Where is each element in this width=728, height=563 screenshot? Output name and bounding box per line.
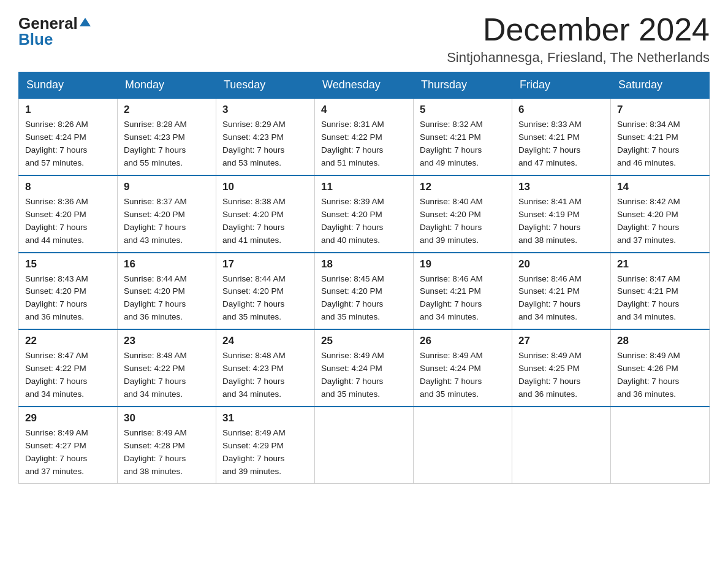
weekday-header-monday: Monday — [118, 72, 216, 99]
day-number: 21 — [617, 258, 703, 270]
calendar-day-cell: 27Sunrise: 8:49 AMSunset: 4:25 PMDayligh… — [512, 329, 611, 407]
logo-blue: Blue — [18, 30, 53, 48]
logo-general: General — [18, 15, 78, 31]
day-info: Sunrise: 8:43 AMSunset: 4:20 PMDaylight:… — [25, 273, 111, 324]
day-info: Sunrise: 8:40 AMSunset: 4:20 PMDaylight:… — [420, 196, 506, 247]
day-info: Sunrise: 8:41 AMSunset: 4:19 PMDaylight:… — [518, 196, 604, 247]
svg-marker-0 — [80, 18, 91, 26]
calendar-day-cell: 24Sunrise: 8:48 AMSunset: 4:23 PMDayligh… — [216, 329, 315, 407]
day-number: 17 — [222, 258, 308, 270]
calendar-week-row: 8Sunrise: 8:36 AMSunset: 4:20 PMDaylight… — [19, 175, 710, 253]
logo-arrow-icon — [80, 17, 91, 28]
day-number: 26 — [420, 335, 506, 347]
day-number: 24 — [222, 335, 308, 347]
day-number: 3 — [222, 104, 308, 116]
day-info: Sunrise: 8:32 AMSunset: 4:21 PMDaylight:… — [420, 118, 506, 170]
calendar-day-cell: 12Sunrise: 8:40 AMSunset: 4:20 PMDayligh… — [414, 175, 512, 253]
day-number: 2 — [124, 104, 210, 116]
logo: General Blue — [18, 12, 91, 47]
day-number: 4 — [321, 104, 407, 116]
day-number: 7 — [617, 104, 703, 116]
day-info: Sunrise: 8:44 AMSunset: 4:20 PMDaylight:… — [124, 273, 210, 324]
calendar-day-cell: 7Sunrise: 8:34 AMSunset: 4:21 PMDaylight… — [611, 98, 710, 175]
calendar-day-cell: 16Sunrise: 8:44 AMSunset: 4:20 PMDayligh… — [118, 253, 216, 330]
calendar-day-cell: 15Sunrise: 8:43 AMSunset: 4:20 PMDayligh… — [19, 253, 118, 330]
calendar-day-cell: 29Sunrise: 8:49 AMSunset: 4:27 PMDayligh… — [19, 407, 118, 483]
day-number: 18 — [321, 258, 407, 270]
day-info: Sunrise: 8:46 AMSunset: 4:21 PMDaylight:… — [420, 273, 506, 324]
calendar-day-cell: 2Sunrise: 8:28 AMSunset: 4:23 PMDaylight… — [118, 98, 216, 175]
calendar-day-cell: 5Sunrise: 8:32 AMSunset: 4:21 PMDaylight… — [414, 98, 512, 175]
day-info: Sunrise: 8:49 AMSunset: 4:27 PMDaylight:… — [25, 427, 111, 478]
day-number: 10 — [222, 181, 308, 193]
empty-cell — [315, 407, 414, 483]
day-info: Sunrise: 8:42 AMSunset: 4:20 PMDaylight:… — [617, 196, 703, 247]
day-info: Sunrise: 8:47 AMSunset: 4:22 PMDaylight:… — [25, 350, 111, 401]
calendar-day-cell: 22Sunrise: 8:47 AMSunset: 4:22 PMDayligh… — [19, 329, 118, 407]
empty-cell — [611, 407, 710, 483]
day-info: Sunrise: 8:49 AMSunset: 4:25 PMDaylight:… — [518, 350, 604, 401]
day-number: 19 — [420, 258, 506, 270]
calendar-day-cell: 25Sunrise: 8:49 AMSunset: 4:24 PMDayligh… — [315, 329, 414, 407]
weekday-header-thursday: Thursday — [414, 72, 512, 99]
day-info: Sunrise: 8:31 AMSunset: 4:22 PMDaylight:… — [321, 118, 407, 170]
day-number: 9 — [124, 181, 210, 193]
day-number: 13 — [518, 181, 604, 193]
day-number: 14 — [617, 181, 703, 193]
day-info: Sunrise: 8:48 AMSunset: 4:22 PMDaylight:… — [124, 350, 210, 401]
day-info: Sunrise: 8:36 AMSunset: 4:20 PMDaylight:… — [25, 196, 111, 247]
calendar-day-cell: 8Sunrise: 8:36 AMSunset: 4:20 PMDaylight… — [19, 175, 118, 253]
calendar-day-cell: 18Sunrise: 8:45 AMSunset: 4:20 PMDayligh… — [315, 253, 414, 330]
day-number: 16 — [124, 258, 210, 270]
calendar-day-cell: 21Sunrise: 8:47 AMSunset: 4:21 PMDayligh… — [611, 253, 710, 330]
calendar-week-row: 1Sunrise: 8:26 AMSunset: 4:24 PMDaylight… — [19, 98, 710, 175]
title-block: December 2024 Sintjohannesga, Friesland,… — [447, 12, 710, 66]
day-number: 27 — [518, 335, 604, 347]
calendar-day-cell: 13Sunrise: 8:41 AMSunset: 4:19 PMDayligh… — [512, 175, 611, 253]
day-number: 15 — [25, 258, 111, 270]
day-info: Sunrise: 8:49 AMSunset: 4:28 PMDaylight:… — [124, 427, 210, 478]
calendar-day-cell: 9Sunrise: 8:37 AMSunset: 4:20 PMDaylight… — [118, 175, 216, 253]
day-number: 30 — [124, 412, 210, 424]
day-number: 12 — [420, 181, 506, 193]
month-title: December 2024 — [447, 12, 710, 47]
location-title: Sintjohannesga, Friesland, The Netherlan… — [447, 50, 710, 66]
day-info: Sunrise: 8:37 AMSunset: 4:20 PMDaylight:… — [124, 196, 210, 247]
calendar-day-cell: 14Sunrise: 8:42 AMSunset: 4:20 PMDayligh… — [611, 175, 710, 253]
calendar-day-cell: 26Sunrise: 8:49 AMSunset: 4:24 PMDayligh… — [414, 329, 512, 407]
day-info: Sunrise: 8:38 AMSunset: 4:20 PMDaylight:… — [222, 196, 308, 247]
day-info: Sunrise: 8:49 AMSunset: 4:29 PMDaylight:… — [222, 427, 308, 478]
day-number: 28 — [617, 335, 703, 347]
day-info: Sunrise: 8:34 AMSunset: 4:21 PMDaylight:… — [617, 118, 703, 170]
day-number: 29 — [25, 412, 111, 424]
day-info: Sunrise: 8:39 AMSunset: 4:20 PMDaylight:… — [321, 196, 407, 247]
day-info: Sunrise: 8:49 AMSunset: 4:24 PMDaylight:… — [321, 350, 407, 401]
day-number: 20 — [518, 258, 604, 270]
day-number: 1 — [25, 104, 111, 116]
day-info: Sunrise: 8:46 AMSunset: 4:21 PMDaylight:… — [518, 273, 604, 324]
calendar-day-cell: 6Sunrise: 8:33 AMSunset: 4:21 PMDaylight… — [512, 98, 611, 175]
weekday-header-friday: Friday — [512, 72, 611, 99]
calendar-day-cell: 19Sunrise: 8:46 AMSunset: 4:21 PMDayligh… — [414, 253, 512, 330]
day-number: 8 — [25, 181, 111, 193]
calendar-day-cell: 1Sunrise: 8:26 AMSunset: 4:24 PMDaylight… — [19, 98, 118, 175]
day-info: Sunrise: 8:47 AMSunset: 4:21 PMDaylight:… — [617, 273, 703, 324]
weekday-header-wednesday: Wednesday — [315, 72, 414, 99]
day-number: 6 — [518, 104, 604, 116]
calendar-day-cell: 30Sunrise: 8:49 AMSunset: 4:28 PMDayligh… — [118, 407, 216, 483]
calendar-week-row: 22Sunrise: 8:47 AMSunset: 4:22 PMDayligh… — [19, 329, 710, 407]
day-info: Sunrise: 8:33 AMSunset: 4:21 PMDaylight:… — [518, 118, 604, 170]
calendar-day-cell: 11Sunrise: 8:39 AMSunset: 4:20 PMDayligh… — [315, 175, 414, 253]
calendar-day-cell: 23Sunrise: 8:48 AMSunset: 4:22 PMDayligh… — [118, 329, 216, 407]
calendar-day-cell: 10Sunrise: 8:38 AMSunset: 4:20 PMDayligh… — [216, 175, 315, 253]
weekday-header-tuesday: Tuesday — [216, 72, 315, 99]
day-info: Sunrise: 8:49 AMSunset: 4:24 PMDaylight:… — [420, 350, 506, 401]
calendar-day-cell: 4Sunrise: 8:31 AMSunset: 4:22 PMDaylight… — [315, 98, 414, 175]
calendar-day-cell: 20Sunrise: 8:46 AMSunset: 4:21 PMDayligh… — [512, 253, 611, 330]
empty-cell — [512, 407, 611, 483]
weekday-header-saturday: Saturday — [611, 72, 710, 99]
day-info: Sunrise: 8:45 AMSunset: 4:20 PMDaylight:… — [321, 273, 407, 324]
day-info: Sunrise: 8:48 AMSunset: 4:23 PMDaylight:… — [222, 350, 308, 401]
day-info: Sunrise: 8:44 AMSunset: 4:20 PMDaylight:… — [222, 273, 308, 324]
empty-cell — [414, 407, 512, 483]
